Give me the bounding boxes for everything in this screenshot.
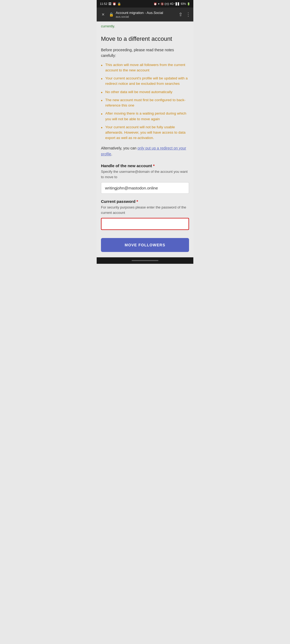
warning-item-2: Your current account's profile will be u…: [101, 76, 189, 87]
page-domain: aus.social: [116, 15, 176, 18]
ssl-lock-icon: 🔒: [109, 12, 114, 17]
warning-list: This action will move all followers from…: [101, 62, 189, 141]
more-menu-button[interactable]: ⋮: [186, 12, 191, 17]
warning-item-3: No other data will be moved automaticall…: [101, 89, 189, 95]
chrome-actions: ⇧ ⋮: [179, 12, 191, 17]
wifi-icon: ((•)): [165, 2, 169, 5]
photo-icon: 🖼: [108, 2, 111, 5]
signal-icon: ▋▋: [176, 2, 180, 5]
status-right: ⏰ ✦ 🔇 ((•)) 4G⁺ ▋▋ 93% 🔋: [154, 2, 190, 5]
page-tab-title: Account migration - Aus.Social: [116, 11, 176, 15]
status-bar: 11:52 🖼 ⏰ 🔒 ⏰ ✦ 🔇 ((•)) 4G⁺ ▋▋ 93% 🔋: [97, 0, 193, 8]
move-followers-button[interactable]: MOVE FOLLOWERS: [101, 238, 189, 252]
warning-item-4: The new account must first be configured…: [101, 97, 189, 108]
password-field: Current password* For security purposes …: [101, 199, 189, 230]
share-button[interactable]: ⇧: [179, 12, 183, 17]
handle-hint: Specify the username@domain of the accou…: [101, 169, 189, 180]
handle-field: Handle of the new account* Specify the u…: [101, 163, 189, 194]
warning-item-1: This action will move all followers from…: [101, 62, 189, 73]
handle-label: Handle of the new account*: [101, 163, 189, 168]
home-indicator: [97, 257, 193, 264]
silent-icon: 🔇: [161, 2, 164, 5]
browser-chrome: × 🔒 Account migration - Aus.Social aus.s…: [97, 8, 193, 21]
alternative-text: Alternatively, you can only put up a red…: [101, 145, 189, 157]
home-bar: [132, 260, 158, 261]
status-left: 11:52 🖼 ⏰ 🔒: [100, 2, 121, 6]
network-icon: 4G⁺: [170, 2, 175, 5]
alternative-suffix: .: [111, 152, 112, 156]
warning-item-6: Your current account will not be fully u…: [101, 125, 189, 141]
alarm2-icon: ⏰: [154, 2, 157, 5]
currently-text: currently.: [101, 21, 189, 30]
address-bar[interactable]: Account migration - Aus.Social aus.socia…: [116, 11, 176, 19]
alternative-prefix: Alternatively, you can: [101, 146, 137, 150]
page-content: currently. Move to a different account B…: [97, 21, 193, 257]
lock-icon: 🔒: [117, 2, 121, 6]
battery-icon: 🔋: [187, 2, 190, 5]
time: 11:52: [100, 2, 107, 5]
handle-input[interactable]: [101, 182, 189, 194]
bluetooth-icon: ✦: [158, 2, 160, 5]
password-required: *: [136, 199, 138, 204]
battery: 93%: [181, 2, 186, 5]
close-tab-button[interactable]: ×: [99, 12, 107, 17]
password-label: Current password*: [101, 199, 189, 204]
password-input[interactable]: [101, 218, 189, 230]
alarm-icon: ⏰: [113, 2, 116, 6]
handle-required: *: [153, 163, 155, 168]
intro-text: Before proceeding, please read these not…: [101, 47, 189, 58]
warning-item-5: After moving there is a waiting period d…: [101, 111, 189, 122]
password-hint: For security purposes please enter the p…: [101, 205, 189, 215]
section-title: Move to a different account: [101, 35, 189, 43]
